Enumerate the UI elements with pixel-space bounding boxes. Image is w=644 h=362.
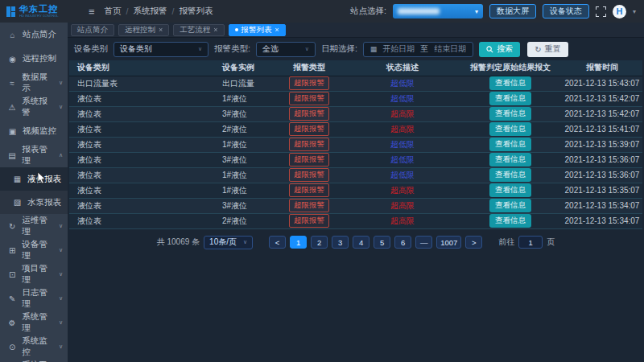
table-row: 液位表2#液位超限报警超高限查看信息2021-12-13 15:34:07: [69, 213, 642, 228]
page-size-select[interactable]: 10条/页 ∨: [204, 236, 253, 249]
sidebar-item-报表管理[interactable]: ▤报表管理∧: [0, 143, 68, 167]
prev-page-button[interactable]: <: [269, 236, 286, 249]
cell-raw-result: 查看信息: [459, 183, 562, 198]
view-info-button[interactable]: 查看信息: [489, 199, 531, 212]
close-icon[interactable]: ×: [213, 26, 217, 34]
status-text[interactable]: 超高限: [390, 109, 415, 118]
breadcrumb-home[interactable]: 首页: [105, 6, 122, 17]
view-info-button[interactable]: 查看信息: [489, 107, 531, 121]
big-screen-button[interactable]: 数据大屏: [489, 4, 536, 19]
sidebar-item-项目管理[interactable]: ⊡项目管理∨: [0, 262, 68, 286]
sidebar-item-视频监控[interactable]: ▣视频监控: [0, 119, 68, 143]
sidebar-item-远程控制[interactable]: ◉远程控制: [0, 47, 68, 71]
next-page-button[interactable]: >: [465, 236, 482, 249]
view-info-button[interactable]: 查看信息: [489, 183, 531, 197]
cell-alarm-type: 超限报警: [272, 167, 346, 183]
pump-report-icon: ▨: [13, 198, 22, 207]
status-text[interactable]: 超高限: [390, 216, 415, 225]
page-button-2[interactable]: 2: [311, 236, 328, 249]
breadcrumb: 首页 / 系统报警 / 报警列表: [105, 6, 213, 17]
cell-device-instance: 1#液位: [214, 167, 272, 183]
system-manage-icon: ⚙: [8, 319, 16, 327]
view-info-button[interactable]: 查看信息: [489, 153, 531, 167]
page-button-3[interactable]: 3: [332, 236, 349, 249]
status-text[interactable]: 超低限: [390, 94, 415, 103]
view-info-button[interactable]: 查看信息: [489, 92, 531, 105]
page-button-1007[interactable]: 1007: [436, 236, 461, 249]
page-ellipsis: —: [415, 236, 432, 249]
sidebar-item-系统管理[interactable]: ⚙系统管理∨: [0, 311, 68, 335]
sidebar-item-日志管理[interactable]: ✎日志管理∨: [0, 286, 68, 311]
cell-device-instance: 2#液位: [214, 213, 272, 228]
alarm-type-badge: 超限报警: [289, 138, 329, 151]
sidebar-subitem-label: 液位报表: [27, 174, 61, 185]
device-category-select[interactable]: 设备类别 ∨: [114, 42, 208, 57]
sidebar-item-设备管理[interactable]: ⊞设备管理∨: [0, 238, 68, 262]
reset-button[interactable]: ↻ 重置: [527, 42, 568, 57]
sidebar-item-系统监控[interactable]: ⊙系统监控∨: [0, 335, 68, 359]
view-info-button[interactable]: 查看信息: [489, 168, 531, 182]
cell-status-desc: 超高限: [346, 213, 459, 228]
goto-page-input[interactable]: [518, 236, 543, 249]
tab-站点简介[interactable]: 站点简介: [71, 24, 114, 36]
tab-远程控制[interactable]: 远程控制×: [118, 24, 169, 36]
alarm-type-badge: 超限报警: [289, 153, 329, 167]
alarm-type-badge: 超限报警: [289, 199, 329, 212]
cell-status-desc: 超高限: [346, 198, 459, 213]
fullscreen-icon[interactable]: [596, 6, 606, 17]
table-header-row: 设备类别 设备实例 报警类型 状态描述 报警判定原始结果报文 报警时间: [69, 60, 642, 76]
sidebar-item-站点简介[interactable]: ⌂站点简介: [0, 23, 68, 47]
logo-title: 华东工控: [19, 5, 63, 14]
page-button-1[interactable]: 1: [290, 236, 307, 249]
avatar[interactable]: H: [613, 5, 626, 19]
sidebar-item-label: 系统监控: [22, 335, 53, 358]
sidebar-item-label: 远程控制: [23, 53, 56, 64]
status-text[interactable]: 超低限: [390, 155, 415, 164]
status-text[interactable]: 超低限: [390, 171, 415, 179]
close-icon[interactable]: ×: [275, 26, 279, 34]
app-logo: 华东工控 HD INDUSTRY CONTROL: [0, 0, 77, 23]
cell-device-category: 液位表: [69, 198, 214, 213]
alarm-type-badge: 超限报警: [289, 168, 329, 182]
alarm-type-select[interactable]: 全选 ∨: [256, 42, 316, 57]
tab-工艺流程[interactable]: 工艺流程×: [173, 24, 224, 36]
sidebar-item-数据展示[interactable]: ≈数据展示∨: [0, 71, 68, 95]
tab-label: 远程控制: [125, 25, 155, 35]
page-button-4[interactable]: 4: [353, 236, 369, 249]
cell-device-instance: 3#液位: [214, 106, 272, 121]
status-text[interactable]: 超高限: [390, 186, 415, 195]
cell-device-category: 液位表: [69, 167, 214, 183]
cell-status-desc: 超低限: [346, 152, 459, 167]
log-manage-icon: ✎: [8, 294, 16, 303]
site-select-dropdown[interactable]: ▾: [393, 4, 483, 19]
sidebar-item-系统工具[interactable]: ⊠系统工具∨: [0, 359, 68, 362]
status-text[interactable]: 超高限: [390, 125, 415, 134]
sidebar-item-运维管理[interactable]: ↻运维管理∨: [0, 214, 68, 238]
avatar-chevron-down-icon[interactable]: ▾: [633, 8, 636, 15]
device-status-button[interactable]: 设备状态: [543, 4, 589, 19]
tab-报警列表[interactable]: 报警列表×: [229, 24, 286, 36]
search-button[interactable]: 搜索: [479, 42, 520, 57]
collapse-menu-icon[interactable]: ≡: [89, 6, 95, 18]
page-button-5[interactable]: 5: [374, 236, 390, 249]
view-info-button[interactable]: 查看信息: [489, 214, 531, 228]
chevron-down-icon: ∨: [59, 80, 63, 86]
view-info-button[interactable]: 查看信息: [489, 138, 531, 151]
sidebar-item-系统报警[interactable]: ⚠系统报警∨: [0, 95, 68, 119]
status-text[interactable]: 超低限: [390, 140, 415, 149]
breadcrumb-system-alarm[interactable]: 系统报警: [134, 6, 167, 17]
status-text[interactable]: 超低限: [390, 79, 415, 88]
view-info-button[interactable]: 查看信息: [489, 76, 531, 90]
sidebar-subitem-液位报表[interactable]: ▦液位报表: [0, 167, 68, 191]
breadcrumb-alarm-list[interactable]: 报警列表: [179, 6, 213, 17]
system-alarm-icon: ⚠: [8, 103, 16, 112]
table-row: 液位表1#液位超限报警超低限查看信息2021-12-13 15:39:07: [69, 137, 642, 152]
page-button-6[interactable]: 6: [394, 236, 411, 249]
date-range-input[interactable]: ▦ 开始日期 至 结束日期: [363, 42, 474, 57]
table-row: 出口流量表出口流量超限报警超低限查看信息2021-12-13 15:43:07: [69, 76, 642, 91]
view-info-button[interactable]: 查看信息: [489, 122, 531, 136]
close-icon[interactable]: ×: [159, 26, 163, 34]
sidebar-subitem-水泵报表[interactable]: ▨水泵报表: [0, 191, 68, 214]
status-text[interactable]: 超高限: [390, 201, 415, 210]
search-icon: [486, 46, 493, 53]
